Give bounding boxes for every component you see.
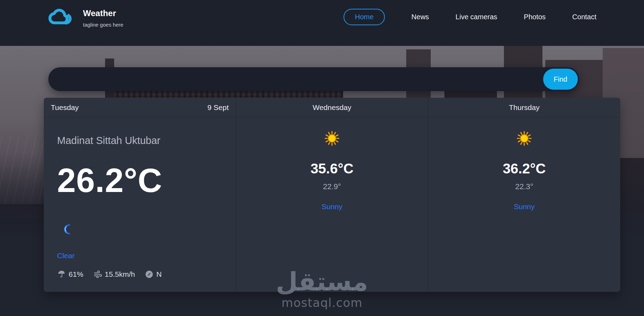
- wind-stat: 15.5km/h: [93, 270, 135, 279]
- high-temperature: 36.2°C: [428, 161, 620, 177]
- search-bar: Find: [48, 67, 579, 91]
- low-temperature: 22.9°: [236, 182, 428, 191]
- card-header-thursday: Thursday: [428, 98, 620, 117]
- wind-direction-value: N: [156, 270, 161, 279]
- high-temperature: 35.6°C: [236, 161, 428, 177]
- watermark-latin: mostaql.com: [0, 296, 644, 310]
- nav-home[interactable]: Home: [344, 9, 385, 25]
- day-label: Tuesday: [51, 103, 79, 112]
- forecast-card-tuesday: Tuesday 9 Sept Madinat Sittah Uktubar 26…: [44, 98, 236, 292]
- crescent-moon-icon: [63, 224, 74, 234]
- card-body-wednesday: 35.6°C 22.9° Sunny: [236, 130, 428, 211]
- brand: Weather tagline goes here: [48, 7, 123, 28]
- date-label: 9 Sept: [207, 103, 229, 112]
- condition-link[interactable]: Sunny: [321, 202, 342, 211]
- card-header-wednesday: Wednesday: [236, 98, 428, 117]
- low-temperature: 22.3°: [428, 182, 620, 191]
- wind-direction-stat: N: [145, 270, 161, 279]
- site-title: Weather: [83, 8, 123, 18]
- weather-stats: 61% 15.5km/h N: [57, 270, 222, 279]
- forecast-card-wednesday: Wednesday 35.6°C 22.9° Sunny: [236, 98, 428, 292]
- sun-icon: [324, 130, 340, 147]
- main-nav: Home News Live cameras Photos Contact: [344, 6, 596, 27]
- nav-contact[interactable]: Contact: [572, 13, 596, 21]
- card-body-thursday: 36.2°C 22.3° Sunny: [428, 130, 620, 211]
- condition-icon-row: [57, 224, 222, 235]
- card-body-tuesday: Madinat Sittah Uktubar 26.2°C Clear 61%: [44, 135, 236, 279]
- card-header-tuesday: Tuesday 9 Sept: [44, 98, 236, 117]
- day-label: Thursday: [509, 103, 540, 112]
- navbar: Weather tagline goes here Home News Live…: [0, 0, 644, 46]
- wind-icon: [93, 270, 102, 279]
- humidity-stat: 61%: [57, 270, 83, 279]
- condition-link[interactable]: Sunny: [514, 202, 535, 211]
- find-button[interactable]: Find: [543, 69, 578, 90]
- day-label: Wednesday: [313, 103, 352, 112]
- nav-news[interactable]: News: [411, 13, 429, 21]
- cloud-logo-icon: [48, 7, 75, 27]
- nav-photos[interactable]: Photos: [524, 13, 546, 21]
- site-tagline: tagline goes here: [83, 22, 123, 28]
- search-input[interactable]: [48, 67, 579, 91]
- condition-link[interactable]: Clear: [57, 252, 75, 260]
- umbrella-icon: [57, 270, 66, 279]
- wind-speed-value: 15.5km/h: [105, 270, 135, 279]
- sun-icon: [516, 130, 533, 147]
- compass-icon: [145, 270, 154, 279]
- forecast-card-thursday: Thursday 36.2°C 22.3° Sunny: [428, 98, 620, 292]
- nav-live-cameras[interactable]: Live cameras: [456, 13, 497, 21]
- current-temperature: 26.2°C: [57, 162, 222, 199]
- humidity-value: 61%: [69, 270, 83, 279]
- location-name: Madinat Sittah Uktubar: [57, 135, 222, 146]
- brand-text: Weather tagline goes here: [83, 7, 123, 28]
- forecast-cards: Tuesday 9 Sept Madinat Sittah Uktubar 26…: [44, 98, 620, 292]
